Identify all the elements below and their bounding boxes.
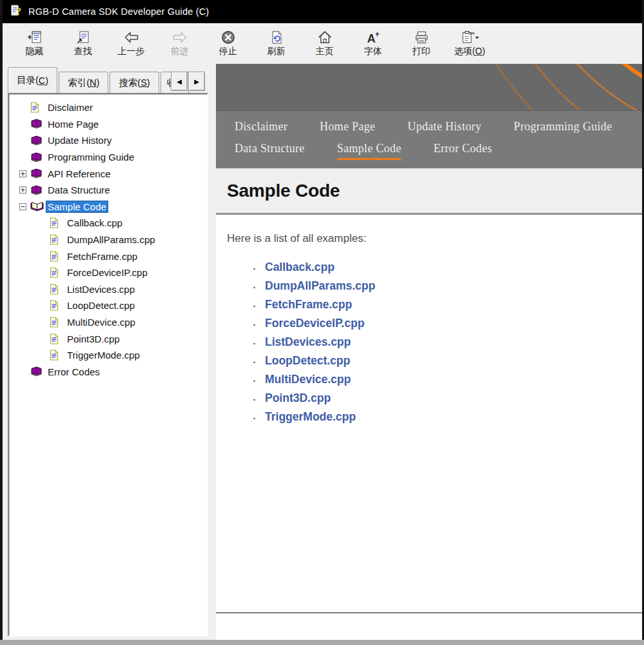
nav-link-sample-code[interactable]: Sample Code [337,142,402,160]
titlebar: ? RGB-D Camera SDK Developer Guide (C) [3,0,642,23]
refresh-icon [269,28,284,45]
forward-button-label: 前进 [171,46,189,57]
tree-item-label: FetchFrame.cpp [65,250,139,263]
example-item: ·TriggerMode.cpp [252,408,642,426]
tree-item-triggermode-cpp[interactable]: TriggerMode.cpp [10,347,206,364]
tree-item-callback-cpp[interactable]: Callback.cpp [10,215,206,232]
page-title: Sample Code [227,181,340,201]
refresh-button[interactable]: 刷新 [252,28,300,57]
nav-link-update-history[interactable]: Update History [407,120,482,134]
minus-expander-icon[interactable] [19,203,30,210]
page-icon [50,284,65,295]
bullet-icon: · [252,261,257,274]
tree-item-label: Sample Code [46,201,108,213]
tree-item-label: TriggerMode.cpp [65,349,142,361]
tab-contents[interactable]: 目录(C) [8,67,57,93]
tree-item-data-structure[interactable]: Data Structure [10,182,206,199]
content-pane: DisclaimerHome PageUpdate HistoryProgram… [216,64,642,640]
tree-item-label: Callback.cpp [65,217,124,229]
page-icon [50,333,65,344]
print-button[interactable]: 打印 [397,28,445,57]
banner-arcs-graphic [216,64,642,110]
font-button[interactable]: A字体 [349,28,397,57]
example-link-loopdetect-cpp[interactable]: LoopDetect.cpp [265,354,350,368]
back-icon [123,28,140,45]
tab-scroll-buttons: ◀▶ [170,72,205,91]
example-item: ·LoopDetect.cpp [252,352,642,370]
banner [216,64,642,110]
tree-item-fetchframe-cpp[interactable]: FetchFrame.cpp [10,248,206,264]
tree-item-label: DumpAllParams.cpp [65,233,157,246]
book-closed-icon [30,152,46,163]
toolbar: 隐藏查找上一步前进停止刷新主页A字体打印选项(O) [3,23,642,62]
tree-item-point3d-cpp[interactable]: Point3D.cpp [10,330,206,347]
home-button-label: 主页 [316,46,334,57]
example-link-multidevice-cpp[interactable]: MultiDevice.cpp [265,373,351,386]
book-closed-icon [30,135,46,146]
tree-item-label: MultiDevice.cpp [65,316,137,328]
footer-divider [216,612,642,614]
page-icon [50,300,65,311]
hide-button-label: 隐藏 [26,46,44,57]
home-button[interactable]: 主页 [300,28,349,57]
example-link-dumpallparams-cpp[interactable]: DumpAllParams.cpp [265,279,375,293]
hide-button[interactable]: 隐藏 [10,28,59,57]
tree-item-sample-code[interactable]: Sample Code [10,199,206,215]
topic-nav-row-1: DisclaimerHome PageUpdate HistoryProgram… [235,120,642,134]
tab-index[interactable]: 索引(N) [59,72,108,93]
tab-scroll-right-button[interactable]: ▶ [188,72,205,91]
tree-item-home-page[interactable]: Home Page [10,116,206,133]
home-icon [317,28,333,45]
tree-item-loopdetect-cpp[interactable]: LoopDetect.cpp [10,297,206,314]
options-icon [460,28,480,45]
example-link-forcedeviceip-cpp[interactable]: ForceDeviceIP.cpp [265,317,364,330]
tree-item-programming-guide[interactable]: Programming Guide [10,149,206,166]
tab-search[interactable]: 搜索(S) [110,72,159,93]
stop-button[interactable]: 停止 [204,28,252,57]
example-link-triggermode-cpp[interactable]: TriggerMode.cpp [265,410,356,424]
nav-link-programming-guide[interactable]: Programming Guide [514,120,612,134]
page-icon [50,217,65,228]
tree-item-api-reference[interactable]: API Reference [10,165,206,182]
stop-button-label: 停止 [219,46,237,57]
book-open-icon [30,201,46,212]
print-button-label: 打印 [413,46,431,57]
help-file-icon: ? [10,4,23,19]
tree-item-label: Point3D.cpp [65,333,122,345]
options-button[interactable]: 选项(O) [445,28,494,57]
bullet-icon: · [252,335,257,349]
example-item: ·ListDevices.cpp [252,333,642,352]
nav-link-disclaimer[interactable]: Disclaimer [235,120,288,134]
tab-scroll-left-button[interactable]: ◀ [171,72,188,91]
nav-link-error-codes[interactable]: Error Codes [433,142,492,160]
tree-item-multidevice-cpp[interactable]: MultiDevice.cpp [10,314,206,331]
print-icon [414,28,429,45]
examples-list: ·Callback.cpp·DumpAllParams.cpp·FetchFra… [227,258,642,426]
example-item: ·Callback.cpp [252,258,642,277]
tree-item-label: Programming Guide [46,151,136,163]
bullet-icon: · [252,298,257,312]
page-icon [50,350,65,361]
tree-item-error-codes[interactable]: Error Codes [10,364,206,381]
nav-link-home-page[interactable]: Home Page [320,120,375,134]
bullet-icon: · [252,373,257,386]
example-link-listdevices-cpp[interactable]: ListDevices.cpp [265,335,351,349]
example-link-fetchframe-cpp[interactable]: FetchFrame.cpp [265,298,352,312]
topic-nav-row-2: Data StructureSample CodeError Codes [235,142,642,160]
back-button[interactable]: 上一步 [107,28,155,57]
sidebar-tabstrip: 目录(C)索引(N)搜索(S)收◀▶ [5,64,211,93]
tree-item-update-history[interactable]: Update History [10,132,206,149]
svg-text:?: ? [16,6,21,17]
tree-item-dumpallparams-cpp[interactable]: DumpAllParams.cpp [10,232,206,248]
nav-link-data-structure[interactable]: Data Structure [235,142,305,160]
tree-item-forcedeviceip-cpp[interactable]: ForceDeviceIP.cpp [10,264,206,281]
example-link-point3d-cpp[interactable]: Point3D.cpp [265,392,331,405]
plus-expander-icon[interactable] [19,186,30,194]
tree-item-listdevices-cpp[interactable]: ListDevices.cpp [10,281,206,298]
example-link-callback-cpp[interactable]: Callback.cpp [265,261,335,274]
topic-nav: DisclaimerHome PageUpdate HistoryProgram… [216,110,642,168]
tree-item-disclaimer[interactable]: Disclaimer [10,99,206,116]
page-icon [50,267,65,278]
plus-expander-icon[interactable] [19,170,30,177]
locate-button[interactable]: 查找 [59,28,107,57]
